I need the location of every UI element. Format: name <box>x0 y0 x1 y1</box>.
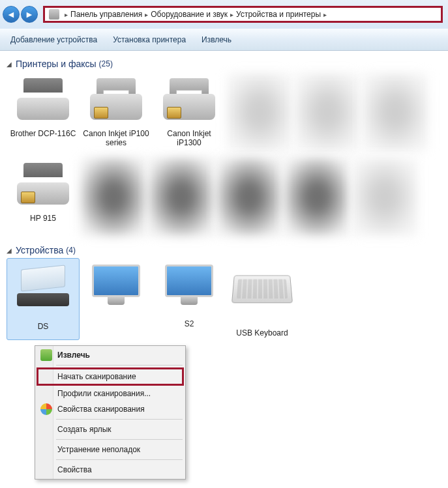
menu-separator <box>56 459 183 460</box>
group-header-devices[interactable]: ◢ Устройства (4) <box>7 245 441 255</box>
menu-label: Устранение неполадок <box>57 445 140 454</box>
menu-item-scan-profiles[interactable]: Профили сканирования... <box>37 386 184 401</box>
printer-icon <box>17 159 69 205</box>
breadcrumb[interactable]: ▸ Панель управления ▸ Оборудование и зву… <box>43 6 443 23</box>
device-label: Brother DCP-116C <box>9 129 77 138</box>
device-item[interactable]: S2 <box>153 258 226 340</box>
group-title: Устройства <box>16 245 63 255</box>
add-printer-button[interactable]: Установка принтера <box>113 35 186 44</box>
menu-label: Свойства сканирования <box>57 405 145 414</box>
menu-separator <box>56 419 183 420</box>
breadcrumb-item[interactable]: Панель управления <box>70 10 142 19</box>
photo-badge-icon <box>94 107 108 119</box>
collapse-arrow-icon: ◢ <box>7 61 12 68</box>
menu-label: Начать сканирование <box>57 372 136 381</box>
add-device-button[interactable]: Добавление устройства <box>10 35 97 44</box>
printer-item[interactable]: Canon Inkjet iP100 series <box>80 72 153 152</box>
menu-item-eject[interactable]: Извлечь <box>37 347 184 363</box>
control-panel-icon <box>49 9 59 20</box>
devices-grid: DS S2 USB Keyboard <box>7 258 441 340</box>
photo-badge-icon <box>167 107 181 119</box>
menu-item-scan-properties[interactable]: Свойства сканирования <box>37 401 184 417</box>
blurred-device <box>227 73 292 151</box>
keyboard-icon <box>231 276 293 304</box>
group-count: (4) <box>66 246 76 255</box>
blurred-device <box>295 73 360 151</box>
forward-button[interactable]: ► <box>21 6 38 23</box>
printer-item[interactable]: Brother DCP-116C <box>7 72 80 152</box>
title-bar: ◄ ► ▸ Панель управления ▸ Оборудование и… <box>0 0 448 29</box>
printer-icon <box>17 74 69 120</box>
menu-label: Создать ярлык <box>57 425 112 434</box>
menu-item-create-shortcut[interactable]: Создать ярлык <box>37 422 184 437</box>
content-area: ◢ Принтеры и факсы (25) Brother DCP-116C… <box>0 51 448 344</box>
device-item[interactable] <box>80 258 153 340</box>
menu-label: Профили сканирования... <box>57 389 151 398</box>
eject-button[interactable]: Извлечь <box>202 35 231 44</box>
chevron-right-icon: ▸ <box>230 11 233 18</box>
chevron-right-icon: ▸ <box>145 11 148 18</box>
context-menu: Извлечь Начать сканирование Профили скан… <box>35 345 186 480</box>
menu-item-properties[interactable]: Свойства <box>37 462 184 478</box>
printers-grid: Brother DCP-116C Canon Inkjet iP100 seri… <box>7 72 441 152</box>
group-header-printers[interactable]: ◢ Принтеры и факсы (25) <box>7 59 441 69</box>
device-label: DS <box>9 322 77 331</box>
group-title: Принтеры и факсы <box>16 59 97 69</box>
menu-separator <box>56 439 183 440</box>
breadcrumb-item[interactable]: Устройства и принтеры <box>236 10 321 19</box>
menu-separator <box>56 365 183 366</box>
chevron-right-icon: ▸ <box>323 11 327 18</box>
printer-icon <box>163 74 215 120</box>
breadcrumb-item[interactable]: Оборудование и звук <box>151 10 228 19</box>
eject-icon <box>40 349 52 361</box>
device-item[interactable]: USB Keyboard <box>226 258 299 340</box>
device-label: Canon Inkjet iP100 series <box>82 129 150 148</box>
monitor-icon <box>92 265 140 308</box>
blurred-device <box>284 158 350 236</box>
back-button[interactable]: ◄ <box>3 6 20 23</box>
blurred-device <box>217 158 282 236</box>
printer-icon <box>90 74 142 120</box>
printers-grid-row2: HP 915 <box>7 156 441 237</box>
blurred-device <box>149 158 214 236</box>
blurred-device <box>352 158 417 236</box>
collapse-arrow-icon: ◢ <box>7 247 12 254</box>
device-label: HP 915 <box>9 214 77 223</box>
nav-buttons: ◄ ► <box>0 6 42 23</box>
device-label: S2 <box>155 319 223 328</box>
blurred-device <box>81 158 146 236</box>
device-label: USB Keyboard <box>228 328 296 337</box>
menu-item-start-scan[interactable]: Начать сканирование <box>37 367 184 386</box>
photo-badge-icon <box>21 192 35 203</box>
device-label: Canon Inkjet iP1300 <box>155 129 223 148</box>
printer-item[interactable]: Canon Inkjet iP1300 <box>153 72 226 152</box>
menu-label: Извлечь <box>57 351 90 360</box>
blurred-device <box>363 73 428 151</box>
shield-icon <box>40 403 52 415</box>
monitor-icon <box>165 265 213 308</box>
toolbar: Добавление устройства Установка принтера… <box>0 29 448 51</box>
menu-label: Свойства <box>57 465 92 474</box>
printer-item[interactable]: HP 915 <box>7 156 80 237</box>
menu-item-troubleshoot[interactable]: Устранение неполадок <box>37 442 184 457</box>
chevron-right-icon: ▸ <box>65 11 68 18</box>
scanner-icon <box>17 267 69 306</box>
group-count: (25) <box>99 59 113 68</box>
scanner-item[interactable]: DS <box>7 258 80 340</box>
